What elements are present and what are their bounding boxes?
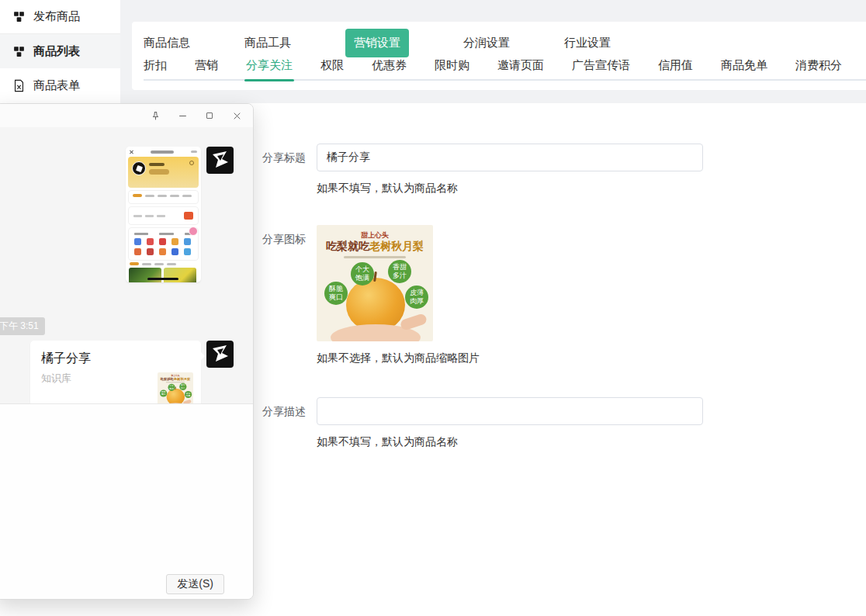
share-icon-row: 分享图标 甜上心头 吃梨就吃老树秋月梨 个大饱满 香甜多汁 酥脆爽口 皮薄肉厚 <box>262 225 759 341</box>
user-avatar[interactable] <box>206 341 234 368</box>
phone-stats-panel <box>128 206 199 225</box>
tab-marketing-settings[interactable]: 营销设置 <box>345 29 409 57</box>
subtab-credit-value[interactable]: 信用值 <box>658 58 693 81</box>
chat-message-screenshot: ‹ › <box>126 147 234 282</box>
minimize-icon[interactable] <box>177 110 188 121</box>
share-desc-label: 分享描述 <box>262 397 310 419</box>
user-avatar[interactable] <box>206 147 234 174</box>
promo-badge: 个大饱满 <box>351 262 374 286</box>
phone-screenshot-image[interactable]: ‹ › <box>126 147 201 282</box>
chat-compose-area[interactable]: 发送(S) <box>0 403 253 599</box>
file-x-icon <box>11 78 26 93</box>
sidebar-item-label: 商品表单 <box>33 78 80 93</box>
phone-title-bar <box>151 151 174 154</box>
phone-home-indicator <box>147 278 178 280</box>
subtab-ad-slogan[interactable]: 广告宣传语 <box>572 58 630 81</box>
tab-profit-settings[interactable]: 分润设置 <box>463 36 510 50</box>
chat-preview-window: ‹ › 下午 3:51 橘子分享 知识库 甜上心头 <box>0 103 254 600</box>
share-desc-hint: 如果不填写，默认为商品名称 <box>317 435 759 449</box>
pin-icon[interactable] <box>150 110 161 121</box>
share-icon-label: 分享图标 <box>262 225 310 247</box>
hand-thumb <box>400 313 428 331</box>
chat-message-area: ‹ › 下午 3:51 橘子分享 知识库 甜上心头 <box>0 127 253 403</box>
close-icon[interactable] <box>231 110 242 121</box>
phone-bell-icon <box>189 161 194 165</box>
subtab-permissions[interactable]: 权限 <box>320 58 344 81</box>
share-icon-hint: 如果不选择，默认为商品缩略图片 <box>317 351 759 365</box>
tab-industry-settings[interactable]: 行业设置 <box>564 36 611 50</box>
send-button[interactable]: 发送(S) <box>166 574 224 594</box>
share-title-input[interactable] <box>317 144 703 171</box>
share-title-hint: 如果不填写，默认为商品名称 <box>317 182 759 196</box>
maximize-icon[interactable] <box>204 110 215 121</box>
phone-close-icon <box>130 150 133 154</box>
phone-header <box>126 147 201 157</box>
sidebar-item-product-form[interactable]: 商品表单 <box>0 68 120 102</box>
phone-red-icon <box>184 212 193 220</box>
phone-vip-badge <box>149 169 169 175</box>
subtab-invite-page[interactable]: 邀请页面 <box>497 58 544 81</box>
window-titlebar <box>0 104 253 127</box>
promo-headline: 吃梨就吃老树秋月梨 <box>317 240 433 254</box>
share-desc-row: 分享描述 <box>262 397 759 425</box>
sidebar-item-publish-product[interactable]: 发布商品 <box>0 0 120 34</box>
phone-profile-card <box>128 157 199 188</box>
sidebar-item-label: 商品列表 <box>33 44 80 59</box>
primary-tabs: 商品信息 商品工具 营销设置 分润设置 行业设置 <box>132 22 866 56</box>
share-settings-form: 分享标题 如果不填写，默认为商品名称 分享图标 甜上心头 吃梨就吃老树秋月梨 <box>262 144 759 449</box>
promo-badge: 酥脆爽口 <box>324 282 348 305</box>
cubes-icon <box>11 9 26 25</box>
secondary-tabs: 折扣 营销 分享关注 权限 优惠券 限时购 邀请页面 广告宣传语 信用值 商品免… <box>132 56 866 81</box>
tab-product-tools[interactable]: 商品工具 <box>244 36 291 50</box>
subtab-flash-sale[interactable]: 限时购 <box>435 58 469 81</box>
subtab-marketing[interactable]: 营销 <box>195 58 218 81</box>
subtab-discount[interactable]: 折扣 <box>144 58 167 81</box>
sidebar: 发布商品 商品列表 商品表单 <box>0 0 120 103</box>
promo-subline <box>344 256 406 258</box>
cubes-icon <box>11 43 26 59</box>
sidebar-item-label: 发布商品 <box>33 9 80 24</box>
app-root: 发布商品 商品列表 商品表单 商品信息 商品工具 营销设置 分润设置 行业设置 … <box>0 0 866 616</box>
promo-badge: 皮薄肉厚 <box>405 286 428 309</box>
sidebar-item-product-list[interactable]: 商品列表 <box>0 34 120 68</box>
settings-tab-card: 商品信息 商品工具 营销设置 分润设置 行业设置 折扣 营销 分享关注 权限 优… <box>132 22 866 90</box>
share-desc-input[interactable] <box>317 397 703 425</box>
phone-avatar <box>132 161 146 175</box>
phone-menu-panel <box>128 190 199 204</box>
share-card-title: 橘子分享 <box>41 351 190 367</box>
subtab-share-follow[interactable]: 分享关注 <box>246 58 293 81</box>
bubble-arrow <box>200 351 205 361</box>
phone-floating-button <box>189 227 198 236</box>
phone-more-icon <box>191 151 197 153</box>
share-title-row: 分享标题 <box>262 144 759 171</box>
phone-food-tabs <box>126 261 201 266</box>
tab-product-info[interactable]: 商品信息 <box>144 36 190 50</box>
share-icon-image[interactable]: 甜上心头 吃梨就吃老树秋月梨 个大饱满 香甜多汁 酥脆爽口 皮薄肉厚 <box>317 225 433 341</box>
subtab-consume-points[interactable]: 消费积分 <box>795 58 842 81</box>
subtab-coupons[interactable]: 优惠券 <box>372 58 407 81</box>
phone-username-bar <box>149 163 165 166</box>
chat-timestamp: 下午 3:51 <box>0 317 45 335</box>
share-title-label: 分享标题 <box>262 144 310 165</box>
promo-badge: 香甜多汁 <box>388 260 411 283</box>
subtab-free-order[interactable]: 商品免单 <box>721 58 767 81</box>
